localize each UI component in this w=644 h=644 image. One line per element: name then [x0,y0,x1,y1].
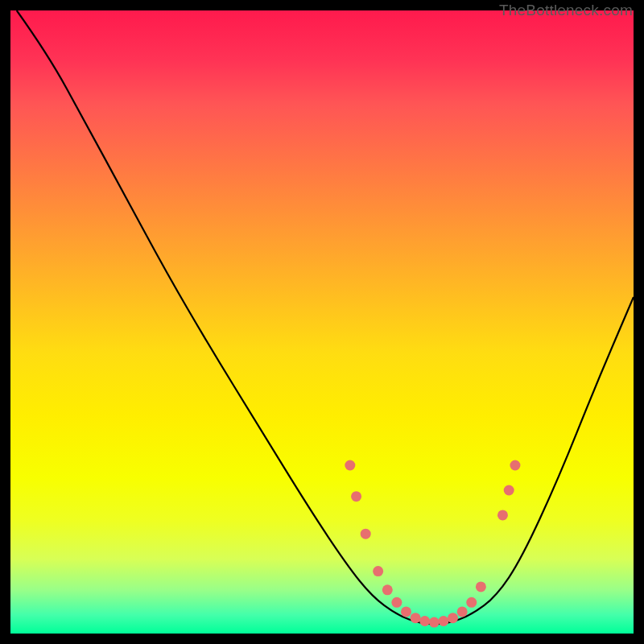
watermark-text: TheBottleneck.com [499,2,633,19]
data-marker [373,566,383,576]
data-marker [401,606,411,617]
chart-svg [10,10,634,634]
data-marker [361,529,371,539]
data-marker [391,597,402,608]
data-marker [438,616,448,626]
bottleneck-curve [17,10,634,624]
data-marker [457,606,468,617]
data-marker [419,616,430,626]
data-marker [382,584,393,595]
data-marker [504,485,514,495]
data-marker [476,581,486,592]
data-marker [429,617,440,628]
data-marker [448,613,458,623]
data-marker [497,510,508,520]
curve-markers [345,460,520,628]
plot-area [10,10,634,634]
data-marker [510,460,520,471]
data-marker [351,491,361,502]
data-marker [345,460,355,471]
data-marker [466,597,477,608]
data-marker [411,613,421,623]
